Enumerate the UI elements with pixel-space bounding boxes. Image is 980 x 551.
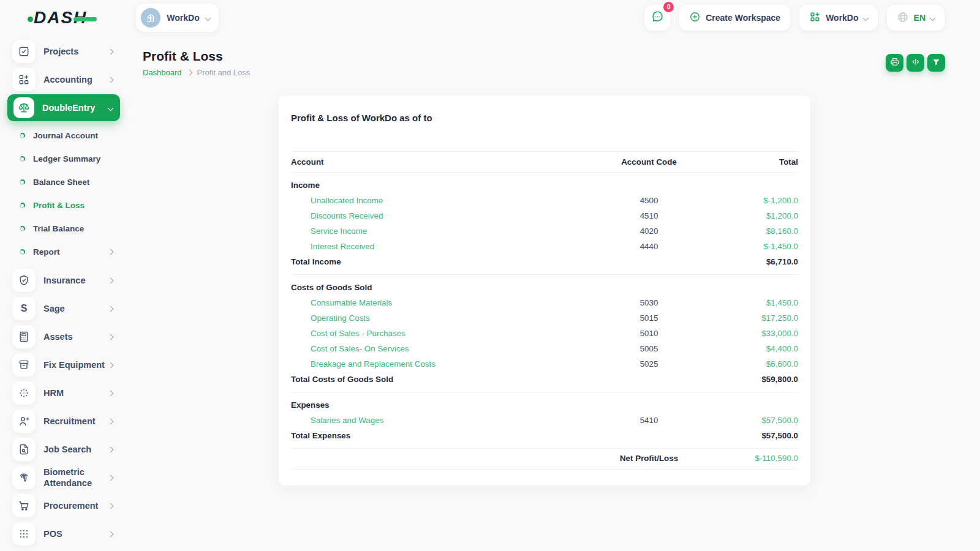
account-code: 5005 — [589, 341, 709, 356]
chevron-right-icon — [108, 390, 114, 396]
sidebar-subitem-trial-balance[interactable]: Trial Balance — [0, 217, 129, 240]
sidebar-item-pos[interactable]: POS — [7, 520, 120, 547]
table-row: Consumable Materials5030$1,450.0 — [291, 295, 798, 310]
column-header-total: Total — [709, 152, 798, 173]
workspace-name: WorkDo — [167, 13, 199, 23]
account-link[interactable]: Cost of Sales- On Services — [311, 344, 409, 353]
filter-button[interactable] — [927, 54, 945, 72]
topbar: DASH WorkDo 0 — [0, 0, 980, 36]
table-row: Service Income4020$8,160.0 — [291, 223, 798, 239]
sidebar-subitem-label: Profit & Loss — [33, 201, 115, 210]
account-total: $8,160.0 — [709, 223, 798, 239]
sidebar-item-hrm[interactable]: HRM — [7, 380, 120, 407]
print-button[interactable] — [886, 54, 903, 72]
breadcrumb-current: Profit and Loss — [197, 68, 251, 77]
sidebar-item-insurance[interactable]: Insurance — [7, 267, 120, 294]
toggle-columns-button[interactable] — [907, 54, 924, 72]
account-total: $17,250.0 — [709, 310, 798, 326]
section-row: Costs of Goods Sold — [291, 275, 798, 296]
bullet-ring-icon — [20, 203, 25, 208]
sidebar-item-label: Job Search — [43, 444, 108, 455]
account-total: $6,600.0 — [709, 356, 798, 372]
bullet-ring-icon — [20, 226, 25, 231]
main-content: Profit & Loss Dashboard Profit and Loss — [129, 36, 980, 551]
chevron-right-icon — [108, 48, 114, 54]
sidebar-subitem-balance-sheet[interactable]: Balance Sheet — [0, 170, 129, 193]
building-icon — [141, 8, 160, 28]
account-code: 5030 — [589, 295, 709, 310]
section-row: Income — [291, 173, 798, 193]
chevron-right-icon — [108, 446, 114, 452]
chevron-right-icon — [108, 362, 114, 368]
account-total: $1,450.0 — [709, 295, 798, 310]
sidebar-subitem-ledger-summary[interactable]: Ledger Summary — [0, 147, 129, 170]
sidebar-item-label: HRM — [43, 388, 108, 399]
chevron-right-icon — [108, 418, 114, 424]
sidebar-item-label: Procurement — [43, 500, 108, 511]
account-link[interactable]: Operating Costs — [311, 313, 370, 323]
report-actions — [886, 54, 945, 72]
table-row: Cost of Sales- On Services5005$4,400.0 — [291, 341, 798, 356]
sidebar-item-fix-equipment[interactable]: Fix Equipment — [7, 351, 120, 378]
create-workspace-label: Create Workspace — [706, 13, 780, 23]
workdo-dropdown[interactable]: WorkDo — [799, 5, 877, 31]
account-link[interactable]: Cost of Sales - Purchases — [311, 329, 405, 338]
account-link[interactable]: Consumable Materials — [311, 298, 392, 307]
account-total: $57,500.0 — [709, 413, 798, 428]
account-link[interactable]: Unallocated Income — [311, 196, 383, 205]
section-total-row: Total Costs of Goods Sold$59,800.0 — [291, 372, 798, 392]
sidebar-item-label: Fix Equipment — [43, 359, 108, 370]
chevron-right-icon — [108, 531, 114, 537]
printer-icon — [890, 57, 900, 69]
table-row: Cost of Sales - Purchases5010$33,000.0 — [291, 326, 798, 341]
sidebar-item-accounting[interactable]: Accounting — [7, 66, 120, 93]
sidebar-subitem-profit-loss[interactable]: Profit & Loss — [0, 193, 129, 217]
section-total-row: Total Expenses$57,500.0 — [291, 428, 798, 449]
section-name: Expenses — [291, 392, 589, 413]
column-header-account: Account — [291, 152, 589, 173]
checkbox-icon — [12, 40, 36, 63]
account-link[interactable]: Salaries and Wages — [311, 416, 383, 425]
chevron-down-icon — [930, 15, 936, 21]
page-title: Profit & Loss — [143, 49, 980, 64]
sidebar-item-label: Accounting — [43, 74, 108, 85]
plus-circle-icon — [689, 11, 701, 24]
sidebar-item-job-search[interactable]: Job Search — [7, 436, 120, 463]
table-row: Unallocated Income4500$-1,200.0 — [291, 193, 798, 208]
account-total: $1,200.0 — [709, 208, 798, 223]
sidebar-subitem-report[interactable]: Report — [0, 240, 129, 263]
sidebar-item-doubleentry[interactable]: DoubleEntry — [7, 94, 120, 121]
grid-plus-icon — [12, 68, 36, 91]
messages-button[interactable]: 0 — [644, 5, 670, 31]
toggle-columns-icon — [911, 57, 921, 69]
sidebar-item-label: Biometric Attendance — [43, 467, 108, 489]
user-plus-icon — [12, 410, 36, 433]
create-workspace-button[interactable]: Create Workspace — [679, 5, 790, 31]
logo-dash-icon — [74, 17, 97, 21]
workspace-switcher[interactable]: WorkDo — [136, 4, 218, 32]
sidebar-subitem-label: Balance Sheet — [33, 178, 115, 187]
topbar-actions: 0 Create Workspace WorkDo — [644, 5, 944, 31]
language-code: EN — [914, 13, 925, 23]
section-total-value: $6,710.0 — [709, 254, 798, 275]
sidebar-subitem-journal-account[interactable]: Journal Account — [0, 124, 129, 147]
account-link[interactable]: Discounts Received — [311, 211, 383, 220]
section-total-row: Total Income$6,710.0 — [291, 254, 798, 275]
sidebar-item-recruitment[interactable]: Recruitment — [7, 408, 120, 435]
account-link[interactable]: Interest Received — [311, 242, 374, 251]
sidebar-item-procurement[interactable]: Procurement — [7, 492, 120, 519]
dash-logo[interactable]: DASH — [34, 8, 87, 28]
language-selector[interactable]: EN — [887, 5, 944, 31]
account-total: $-1,450.0 — [709, 239, 798, 254]
sidebar-item-assets[interactable]: Assets — [7, 323, 120, 350]
breadcrumb-dashboard-link[interactable]: Dashboard — [143, 68, 182, 77]
sidebar-item-projects[interactable]: Projects — [7, 38, 120, 65]
account-link[interactable]: Service Income — [311, 227, 367, 236]
scales-icon — [13, 97, 34, 118]
sidebar-subitem-label: Journal Account — [33, 131, 115, 140]
sidebar-item-biometric-attendance[interactable]: Biometric Attendance — [7, 464, 120, 491]
sidebar-item-sage[interactable]: SSage — [7, 295, 120, 322]
account-link[interactable]: Breakage and Replacement Costs — [311, 359, 435, 369]
breadcrumb: Dashboard Profit and Loss — [143, 68, 980, 77]
sidebar-subitem-label: Trial Balance — [33, 224, 115, 233]
